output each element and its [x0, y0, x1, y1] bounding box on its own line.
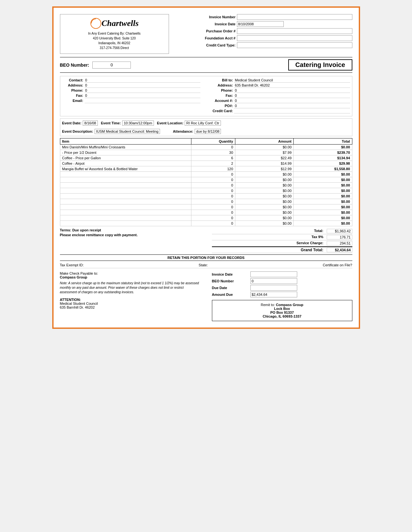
remit-box: Remit to: Compass Group Lock Box PO Box … — [212, 300, 352, 321]
attendance-label: Attendance: — [173, 129, 193, 133]
bill-fax-value: 0 — [234, 94, 350, 98]
bottom-invoice-date-input[interactable] — [250, 271, 297, 277]
row-qty: 0 — [191, 210, 235, 215]
row-qty: 0 — [191, 194, 235, 199]
remit-company: Compass Group — [276, 303, 303, 307]
tax-exempt-label: Tax Exempt ID: — [60, 263, 84, 267]
table-row: 0 $0.00 $0.00 — [60, 210, 352, 215]
bill-to-row: Bill to: Medical Student Council — [212, 78, 350, 83]
row-qty: 0 — [191, 172, 235, 177]
row-amount: $0.00 — [235, 194, 294, 199]
event-description-label: Event Description: — [62, 129, 93, 133]
purchase-order-input[interactable] — [237, 28, 352, 34]
event-section: Event Date: 8/16/08 Event Time: 10:30am/… — [60, 118, 352, 136]
bottom-amount-due-input[interactable] — [250, 292, 297, 297]
table-row: 0 $0.00 $0.00 — [60, 172, 352, 177]
row-total: $0.00 — [294, 194, 352, 199]
service-charge-label: Service Charge: — [212, 241, 327, 245]
fax-row: Fax: 0 — [62, 94, 200, 98]
col-header-amount: Amount — [235, 138, 294, 145]
row-total: $0.00 — [294, 172, 352, 177]
row-amount: $0.00 — [235, 183, 294, 188]
bottom-due-date-row: Due Date — [212, 285, 352, 291]
credit-card-input[interactable] — [237, 42, 352, 48]
catering-invoice-title: Catering Invoice — [288, 59, 352, 71]
invoice-number-input[interactable] — [237, 14, 352, 20]
row-total: $0.00 — [294, 177, 352, 183]
svg-point-0 — [91, 18, 101, 29]
remit-line3: Chicago, IL 60693-1337 — [215, 314, 349, 318]
note-text: Note: A service charge up to the maximum… — [60, 281, 200, 295]
subtotal-value: $1,963.42 — [327, 229, 352, 233]
row-item — [60, 199, 191, 204]
attention-label: ATTENTION: — [60, 298, 200, 302]
bottom-due-date-input[interactable] — [250, 285, 297, 291]
row-amount: $22.49 — [235, 155, 294, 161]
row-item — [60, 215, 191, 221]
subtotal-label: Total: — [212, 229, 327, 233]
beo-number-input[interactable] — [92, 62, 131, 69]
totals-section: Terms: Due upon receipt Please enclose r… — [60, 228, 352, 253]
address-row: Address: 0 — [62, 83, 200, 88]
attention-line1: Medical Student Council — [60, 302, 200, 305]
row-total: $134.94 — [294, 155, 352, 161]
purchase-order-row: Purchase Order # — [192, 28, 352, 34]
table-header-row: Item Quantity Amount Total — [60, 138, 352, 145]
row-total: $0.00 — [294, 188, 352, 194]
row-total: $0.00 — [294, 210, 352, 215]
bottom-amount-due-label: Amount Due — [212, 293, 250, 296]
account-label: Account #: — [212, 99, 234, 103]
row-qty: 0 — [191, 221, 235, 226]
credit-card-label: Credit Card Type: — [192, 43, 237, 47]
row-total: $0.00 — [294, 183, 352, 188]
certificate-label: Certificate on File? — [323, 263, 352, 267]
table-row: Mangia Buffet w/ Assorted Soda & Bottled… — [60, 166, 352, 172]
credit-card-bill-label: Credit Card: — [212, 109, 234, 113]
attention-line2: 635 Barnhill Dr. 46202 — [60, 305, 200, 309]
tax-exempt-row: Tax Exempt ID: State: Certificate on Fil… — [60, 262, 352, 268]
row-amount: $0.00 — [235, 204, 294, 210]
table-row: 0 $0.00 $0.00 — [60, 215, 352, 221]
make-check-label: Make Check Payable to: — [60, 271, 200, 275]
bottom-beo-input[interactable] — [250, 278, 297, 284]
contact-section: Contact: 0 Address: 0 Phone: 0 Fax: 0 Em… — [60, 76, 352, 116]
totals-area: Total: $1,963.42 Tax 9% 176.71 Service C… — [212, 228, 352, 253]
bill-address-row: Address: 635 Barnhill Dr. 46202 — [212, 83, 350, 88]
row-item: Mini Danish/Mini Muffins/Mini Croissants — [60, 145, 191, 150]
email-row: Email: — [62, 99, 200, 103]
row-qty: 0 — [191, 145, 235, 150]
table-row: 0 $0.00 $0.00 — [60, 188, 352, 194]
bill-to-label: Bill to: — [212, 78, 234, 83]
invoice-date-row: Invoice Date — [192, 21, 352, 27]
event-location-item: Event Location: RI Roc Lilly Conf. Ctr — [157, 121, 221, 126]
address-value: 0 — [85, 83, 200, 88]
chartwells-logo-icon — [90, 18, 102, 29]
row-item — [60, 177, 191, 183]
event-description-value: IUSM Medical Student Council: Meeting — [95, 129, 160, 134]
row-qty: 0 — [191, 188, 235, 194]
row-total: $0.00 — [294, 204, 352, 210]
bottom-invoice-fields: Invoice Date BEO Number Due Date Amount … — [212, 271, 352, 297]
table-row: 0 $0.00 $0.00 — [60, 183, 352, 188]
bottom-invoice-date-row: Invoice Date — [212, 271, 352, 277]
event-date-label: Event Date: — [62, 121, 82, 125]
service-charge-row: Service Charge: 294.51 — [212, 240, 352, 246]
row-total: $1,558.80 — [294, 166, 352, 172]
terms-area: Terms: Due upon receipt Please enclose r… — [60, 228, 206, 253]
contact-left: Contact: 0 Address: 0 Phone: 0 Fax: 0 Em… — [62, 78, 200, 114]
contact-row: Contact: 0 — [62, 78, 200, 83]
invoice-date-input[interactable] — [237, 21, 284, 27]
foundation-acct-input[interactable] — [237, 35, 352, 41]
row-item — [60, 183, 191, 188]
po-row: PO#: 0 — [212, 104, 350, 108]
tax-label: Tax 9% — [212, 235, 327, 239]
row-total: $0.00 — [294, 221, 352, 226]
row-total: $239.70 — [294, 150, 352, 155]
phone-value: 0 — [85, 88, 200, 93]
invoice-page: Chartwells In Any Event Catering By: Cha… — [52, 6, 360, 329]
row-item — [60, 221, 191, 226]
credit-card-row: Credit Card Type: — [192, 42, 352, 48]
row-qty: 0 — [191, 204, 235, 210]
row-item: - Price per 1/2 Dozent — [60, 150, 191, 155]
invoice-number-label: Invoice Number — [192, 15, 237, 19]
